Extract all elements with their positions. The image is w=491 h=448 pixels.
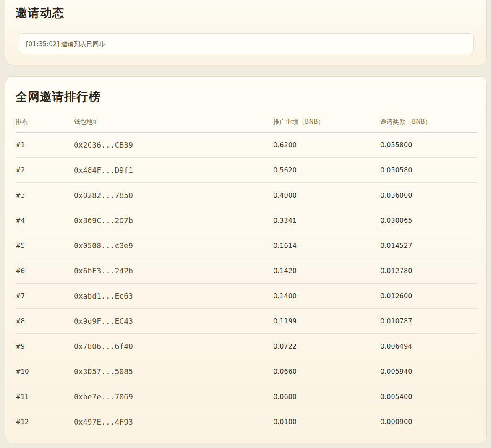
performance-cell: 0.0600 [273,384,380,409]
reward-cell: 0.030065 [380,208,477,233]
rank-cell: #5 [16,233,74,258]
rank-cell: #1 [16,133,74,158]
performance-cell: 0.4000 [273,183,380,208]
rank-cell: #11 [16,384,74,409]
performance-cell: 0.1420 [273,258,380,284]
performance-cell: 0.0660 [273,359,380,384]
table-row: #3 0x0282...7850 0.4000 0.036000 [16,183,477,208]
wallet-address-cell: 0x497E...4F93 [74,409,273,435]
reward-cell: 0.055800 [380,133,477,158]
leaderboard-table: 排名 钱包地址 推广业绩（BNB） 邀请奖励（BNB） #1 0x2C36...… [16,118,477,435]
rank-cell: #7 [16,284,74,309]
performance-cell: 0.0100 [273,409,380,435]
reward-cell: 0.000900 [380,409,477,435]
wallet-address-cell: 0x0282...7850 [74,183,273,208]
table-row: #2 0x484F...D9f1 0.5620 0.050580 [16,158,477,183]
rank-cell: #6 [16,258,74,284]
reward-cell: 0.005400 [380,384,477,409]
performance-cell: 0.1614 [273,233,380,258]
wallet-address-cell: 0x2C36...CB39 [74,133,273,158]
reward-cell: 0.014527 [380,233,477,258]
table-row: #1 0x2C36...CB39 0.6200 0.055800 [16,133,477,158]
log-entry: [01:35:02] 邀请列表已同步 [26,39,466,49]
table-row: #5 0x0508...c3e9 0.1614 0.014527 [16,233,477,258]
performance-cell: 0.1400 [273,284,380,309]
table-row: #11 0xbe7e...7069 0.0600 0.005400 [16,384,477,409]
wallet-address-cell: 0xbe7e...7069 [74,384,273,409]
reward-cell: 0.012780 [380,258,477,284]
activity-log-box[interactable]: [01:35:02] 邀请列表已同步 [18,33,474,54]
table-row: #9 0x7806...6f40 0.0722 0.006494 [16,334,477,359]
leaderboard-card: 全网邀请排行榜 排名 钱包地址 推广业绩（BNB） 邀请奖励（BNB） #1 0… [5,76,487,443]
leaderboard-rows: #1 0x2C36...CB39 0.6200 0.055800 #2 0x48… [16,133,477,435]
rank-cell: #8 [16,309,74,334]
table-header-row: 排名 钱包地址 推广业绩（BNB） 邀请奖励（BNB） [16,118,477,133]
wallet-address-cell: 0xB69C...2D7b [74,208,273,233]
performance-cell: 0.0722 [273,334,380,359]
activity-card-title: 邀请动态 [16,5,476,21]
invite-activity-card: 邀请动态 [01:35:02] 邀请列表已同步 [5,0,487,65]
rank-cell: #12 [16,409,74,435]
reward-cell: 0.005940 [380,359,477,384]
column-header-reward: 邀请奖励（BNB） [380,118,477,133]
wallet-address-cell: 0xabd1...Ec63 [74,284,273,309]
table-row: #4 0xB69C...2D7b 0.3341 0.030065 [16,208,477,233]
table-row: #10 0x3D57...5085 0.0660 0.005940 [16,359,477,384]
page: 邀请动态 [01:35:02] 邀请列表已同步 全网邀请排行榜 排名 钱包地址 … [0,0,491,448]
column-header-rank: 排名 [16,118,74,133]
rank-cell: #9 [16,334,74,359]
column-header-performance: 推广业绩（BNB） [273,118,380,133]
rank-cell: #2 [16,158,74,183]
rank-cell: #10 [16,359,74,384]
reward-cell: 0.036000 [380,183,477,208]
performance-cell: 0.6200 [273,133,380,158]
leaderboard-card-title: 全网邀请排行榜 [16,89,476,105]
reward-cell: 0.050580 [380,158,477,183]
wallet-address-cell: 0x9d9F...EC43 [74,309,273,334]
rank-cell: #4 [16,208,74,233]
performance-cell: 0.5620 [273,158,380,183]
reward-cell: 0.012600 [380,284,477,309]
performance-cell: 0.1199 [273,309,380,334]
wallet-address-cell: 0x3D57...5085 [74,359,273,384]
table-row: #7 0xabd1...Ec63 0.1400 0.012600 [16,284,477,309]
reward-cell: 0.010787 [380,309,477,334]
rank-cell: #3 [16,183,74,208]
wallet-address-cell: 0x0508...c3e9 [74,233,273,258]
performance-cell: 0.3341 [273,208,380,233]
wallet-address-cell: 0x6bF3...242b [74,258,273,284]
table-row: #8 0x9d9F...EC43 0.1199 0.010787 [16,309,477,334]
reward-cell: 0.006494 [380,334,477,359]
wallet-address-cell: 0x484F...D9f1 [74,158,273,183]
wallet-address-cell: 0x7806...6f40 [74,334,273,359]
table-row: #12 0x497E...4F93 0.0100 0.000900 [16,409,477,435]
column-header-wallet-address: 钱包地址 [74,118,273,133]
table-row: #6 0x6bF3...242b 0.1420 0.012780 [16,258,477,284]
